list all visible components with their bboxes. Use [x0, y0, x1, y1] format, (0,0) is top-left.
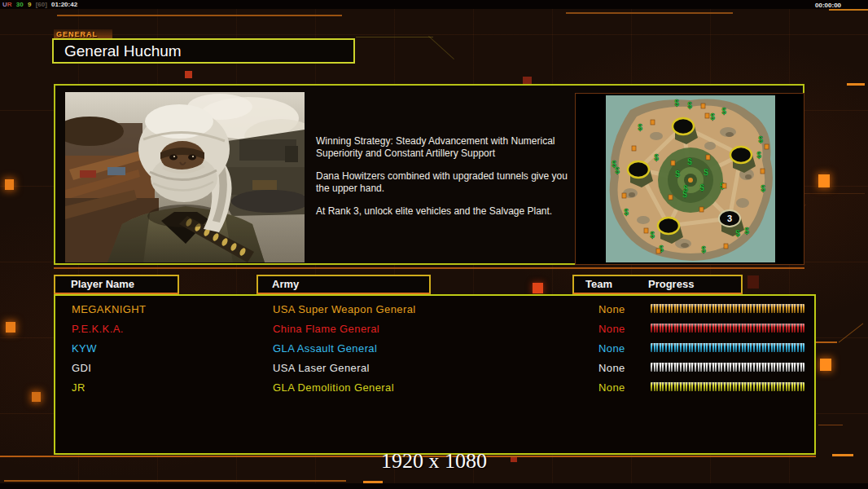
header-team-label: Team: [585, 276, 612, 293]
header-progress-label: Progress: [648, 276, 694, 293]
svg-text:$: $: [615, 166, 620, 175]
table-header-army: Army: [256, 275, 431, 294]
svg-text:$: $: [701, 245, 706, 254]
player-row: JR GLA Demolition General None: [55, 378, 814, 398]
panel-underline: [54, 267, 804, 269]
svg-text:$: $: [761, 184, 765, 193]
table-header-player: Player Name: [54, 275, 179, 294]
svg-text:$: $: [682, 190, 687, 199]
session-timer: 00:00:00: [815, 2, 841, 9]
circuit-line: [4, 480, 346, 482]
progress-bar: [651, 363, 804, 372]
red-square: [185, 71, 192, 78]
stat-render: R: [7, 1, 12, 8]
briefing-paragraph: At Rank 3, unlock elite vehicles and the…: [316, 205, 576, 218]
glow-square: [32, 392, 41, 402]
resolution-label: 1920 x 1080: [0, 449, 868, 474]
portrait-illustration: [65, 92, 305, 262]
progress-bar: [651, 324, 804, 333]
svg-text:3: 3: [727, 214, 732, 223]
stat-ping: 9: [28, 1, 31, 8]
stat-clock: 01:20:42: [51, 1, 77, 8]
player-team: None: [598, 381, 625, 394]
svg-text:$: $: [687, 101, 692, 110]
player-row: GDI USA Laser General None: [55, 359, 814, 378]
player-army: GLA Demolition General: [273, 381, 394, 394]
svg-text:$: $: [704, 168, 708, 177]
svg-text:$: $: [624, 208, 629, 217]
player-army: China Flame General: [273, 323, 379, 335]
player-row: MEGAKNIGHT USA Super Weapon General None: [55, 300, 814, 319]
glow-square: [6, 322, 15, 333]
player-name: P.E.K.K.A.: [72, 323, 124, 335]
player-name: KYW: [72, 342, 97, 355]
info-panel: Winning Strategy: Steady Advancement wit…: [54, 84, 804, 265]
header-player-label: Player Name: [71, 278, 134, 290]
circuit-line: [847, 83, 865, 86]
svg-text:$: $: [654, 153, 659, 162]
table-header-team-progress: Team Progress: [572, 275, 743, 294]
render-stats-overlay: UR 30 9 [60] 01:20:42: [2, 1, 80, 8]
svg-text:$: $: [758, 135, 763, 144]
player-team: None: [598, 342, 625, 355]
svg-text:$: $: [699, 183, 704, 192]
svg-text:$: $: [756, 151, 761, 160]
progress-bar: [651, 382, 804, 391]
player-name: JR: [72, 381, 85, 394]
circuit-line: [356, 37, 433, 37]
player-row: KYW GLA Assault General None: [55, 339, 814, 359]
player-army: USA Laser General: [273, 362, 370, 374]
svg-text:$: $: [735, 229, 740, 238]
player-list: MEGAKNIGHT USA Super Weapon General None…: [54, 294, 816, 455]
svg-text:$: $: [674, 99, 679, 108]
briefing-paragraph: Dana Howitzers combined with upgraded tu…: [316, 170, 576, 195]
stat-fps-cap: [60]: [36, 1, 47, 8]
svg-text:$: $: [721, 107, 726, 116]
svg-text:$: $: [638, 123, 642, 132]
player-name: MEGAKNIGHT: [72, 303, 146, 315]
progress-bar: [651, 343, 804, 352]
stat-fps: 30: [16, 1, 24, 8]
map-preview-panel: 3 $$$$$$$$$$$$$$$$$$$$$$$$: [575, 93, 804, 265]
top-status-bar: UR 30 9 [60] 01:20:42 00:00:00: [0, 0, 868, 9]
svg-text:$: $: [687, 157, 692, 166]
player-team: None: [598, 303, 625, 315]
player-team: None: [598, 323, 625, 335]
player-army: USA Super Weapon General: [273, 303, 416, 315]
glow-square: [820, 359, 831, 371]
svg-text:$: $: [675, 170, 680, 178]
svg-text:$: $: [650, 231, 655, 240]
red-square: [533, 283, 543, 293]
general-name: General Huchum: [64, 42, 182, 59]
minimap: 3 $$$$$$$$$$$$$$$$$$$$$$$$: [606, 95, 775, 262]
player-row: P.E.K.K.A. China Flame General None: [55, 319, 814, 339]
general-name-box: General Huchum: [52, 38, 355, 64]
general-portrait: [65, 92, 305, 262]
circuit-line: [829, 9, 868, 11]
progress-bar: [651, 304, 804, 313]
circuit-line: [428, 36, 454, 59]
header-army-label: Army: [272, 278, 299, 290]
player-team: None: [598, 362, 625, 374]
red-square: [747, 275, 759, 289]
stat-upload: U: [2, 1, 7, 8]
player-name: GDI: [72, 362, 91, 374]
strategy-text: Winning Strategy: Steady Advancement wit…: [316, 135, 576, 228]
circuit-line: [57, 15, 342, 16]
glow-square: [818, 174, 830, 187]
player-army: GLA Assault General: [273, 342, 377, 355]
glow-square: [5, 179, 14, 190]
briefing-paragraph: Winning Strategy: Steady Advancement wit…: [316, 135, 576, 160]
bottom-bar: [0, 483, 868, 489]
circuit-line: [839, 323, 864, 342]
svg-text:$: $: [744, 227, 749, 236]
circuit-line: [818, 425, 843, 425]
circuit-line: [566, 12, 733, 14]
svg-text:$: $: [710, 112, 715, 121]
